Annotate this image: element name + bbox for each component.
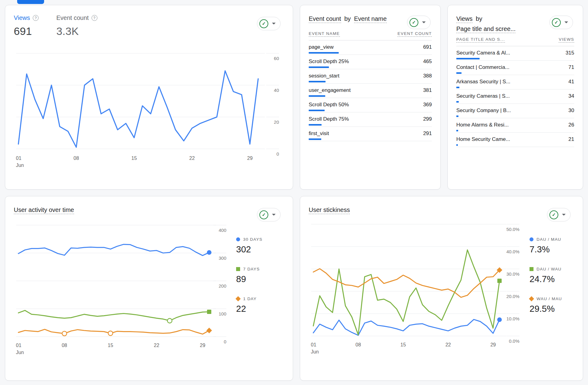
x-axis-label: 29 bbox=[490, 342, 496, 347]
legend-label: WAU / MAU bbox=[537, 296, 562, 301]
series-line-30-days bbox=[18, 244, 209, 255]
stickiness-line-chart: 0.0%10.0%20.0%30.0%40.0%50.0%01Jun081522… bbox=[309, 217, 522, 359]
chart-area: 0.0%10.0%20.0%30.0%40.0%50.0%01Jun081522… bbox=[309, 217, 574, 359]
title-page-title: Page title and scree... bbox=[456, 25, 515, 33]
table-row: page_view691 bbox=[309, 40, 432, 55]
y-axis-label: 0 bbox=[224, 339, 226, 344]
row-label: Home Security Came... bbox=[456, 136, 510, 142]
table-row: Scroll Depth 50%369 bbox=[309, 98, 432, 112]
row-label: Contact | Commercia... bbox=[456, 64, 510, 70]
row-value-bar bbox=[456, 72, 462, 74]
legend-circle-icon bbox=[530, 237, 533, 241]
column-header-event-name: EVENT NAME bbox=[309, 31, 340, 37]
row-label: Scroll Depth 50% bbox=[309, 102, 349, 108]
x-axis-sublabel: Jun bbox=[16, 350, 24, 355]
x-axis-label: 01 bbox=[16, 343, 21, 348]
row-label: session_start bbox=[309, 73, 339, 79]
title-event-count: Event count bbox=[309, 15, 341, 23]
card-views-chart: Views ? 691 Event count ? 3.3K ✓ 0204060 bbox=[5, 5, 293, 190]
legend-value: 302 bbox=[236, 244, 262, 255]
x-axis-label: 15 bbox=[131, 156, 137, 161]
x-axis-label: 29 bbox=[247, 156, 253, 161]
row-value-bar bbox=[309, 52, 339, 54]
x-axis-label: 22 bbox=[154, 343, 159, 348]
insights-status-button[interactable]: ✓ bbox=[547, 208, 571, 221]
legend-value: 89 bbox=[236, 274, 262, 284]
chevron-down-icon bbox=[272, 23, 276, 25]
row-value: 299 bbox=[423, 116, 432, 122]
row-value-bar bbox=[456, 87, 459, 88]
x-axis-label: 08 bbox=[356, 342, 361, 347]
table-row: first_visit291 bbox=[309, 127, 432, 141]
user-activity-line-chart: 010020030040001Jun08152229 bbox=[14, 217, 228, 359]
metric-label-event-count: Event count bbox=[56, 14, 89, 21]
check-circle-icon: ✓ bbox=[259, 210, 268, 219]
x-axis-label: 29 bbox=[200, 343, 205, 348]
metric-tab-views[interactable]: Views ? 691 bbox=[14, 14, 39, 37]
card-event-count-table: Event count by Event name ✓ EVENT NAME E… bbox=[300, 5, 441, 190]
x-axis-sublabel: Jun bbox=[16, 163, 24, 168]
title-by: by bbox=[476, 15, 482, 22]
insights-status-button[interactable]: ✓ bbox=[257, 208, 281, 221]
table-row: Security Company | B...30 bbox=[456, 104, 574, 118]
help-icon[interactable]: ? bbox=[92, 15, 97, 21]
row-value: 388 bbox=[423, 73, 432, 79]
row-value: 315 bbox=[566, 50, 574, 56]
insights-status-button[interactable]: ✓ bbox=[549, 16, 573, 29]
y-axis-label: 20.0% bbox=[506, 294, 519, 299]
row-value-bar bbox=[309, 95, 325, 97]
series-end-marker-square bbox=[207, 310, 211, 314]
series-end-marker-diamond bbox=[206, 328, 212, 333]
card-user-activity: User activity over time ✓ 01002003004000… bbox=[5, 196, 293, 381]
card-title: User stickiness bbox=[309, 206, 401, 214]
hollow-point-marker bbox=[168, 319, 172, 323]
row-value-bar bbox=[309, 110, 325, 111]
y-axis-label: 0 bbox=[277, 151, 279, 157]
legend-value: 29.5% bbox=[530, 304, 562, 314]
row-value: 691 bbox=[423, 44, 432, 50]
chevron-down-icon bbox=[562, 214, 566, 216]
y-axis-label: 30.0% bbox=[506, 271, 519, 277]
legend-value: 24.7% bbox=[530, 274, 562, 284]
y-axis-label: 50.0% bbox=[506, 227, 519, 232]
row-value: 465 bbox=[423, 59, 432, 65]
y-axis-label: 400 bbox=[219, 228, 226, 233]
legend-diamond-icon bbox=[236, 296, 241, 301]
metric-label-views: Views bbox=[14, 14, 30, 21]
chart-area: 010020030040001Jun08152229 30 DAYS3027 D… bbox=[14, 217, 284, 359]
chevron-down-icon bbox=[272, 214, 276, 216]
legend-label: DAU / WAU bbox=[537, 267, 562, 271]
row-value: 291 bbox=[423, 130, 432, 137]
row-label: Home Alarms & Resi... bbox=[456, 122, 509, 128]
row-label: Security Company | B... bbox=[456, 108, 511, 114]
column-header-views: VIEWS bbox=[559, 37, 574, 43]
metric-tab-event-count[interactable]: Event count ? 3.3K bbox=[56, 14, 97, 37]
metric-value-views: 691 bbox=[14, 25, 39, 37]
legend-label: DAU / MAU bbox=[537, 237, 561, 242]
legend-label: 7 DAYS bbox=[243, 267, 260, 271]
help-icon[interactable]: ? bbox=[33, 15, 39, 21]
active-tab-indicator[interactable] bbox=[17, 0, 44, 4]
check-circle-icon: ✓ bbox=[259, 19, 268, 28]
y-axis-label: 10.0% bbox=[506, 316, 519, 321]
y-axis-label: 60 bbox=[274, 56, 279, 61]
row-value: 34 bbox=[568, 93, 574, 99]
title-user-activity: User activity over time bbox=[14, 206, 74, 214]
table-row: Arkansas Security | S...41 bbox=[456, 75, 574, 89]
series-end-marker-circle bbox=[207, 250, 212, 255]
insights-status-button[interactable]: ✓ bbox=[257, 17, 281, 30]
table-row: Home Security Came...21 bbox=[456, 133, 574, 147]
legend-square-icon bbox=[236, 267, 240, 271]
legend-value: 22 bbox=[236, 304, 262, 314]
x-axis-sublabel: Jun bbox=[311, 349, 319, 354]
y-axis-label: 300 bbox=[219, 255, 226, 261]
check-circle-icon: ✓ bbox=[552, 18, 561, 27]
chart-legend: 30 DAYS3027 DAYS891 DAY22 bbox=[228, 217, 262, 359]
check-circle-icon: ✓ bbox=[409, 18, 418, 27]
insights-status-button[interactable]: ✓ bbox=[407, 16, 431, 29]
legend-circle-icon bbox=[236, 237, 240, 241]
y-axis-label: 20 bbox=[274, 119, 279, 125]
legend-square-icon bbox=[530, 267, 533, 271]
series-line-1-day bbox=[18, 329, 209, 334]
check-circle-icon: ✓ bbox=[549, 210, 558, 219]
